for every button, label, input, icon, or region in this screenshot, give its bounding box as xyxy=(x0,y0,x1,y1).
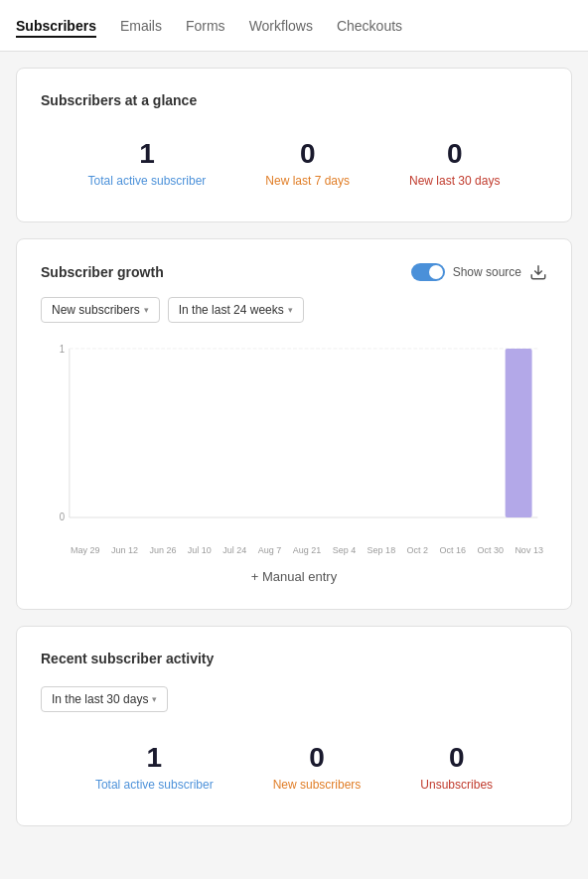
filter-period-dropdown[interactable]: In the last 24 weeks ▾ xyxy=(168,297,304,323)
filter-type-label: New subscribers xyxy=(52,303,140,317)
stat-total-active-number: 1 xyxy=(88,138,207,170)
x-label-1: Jun 12 xyxy=(111,545,138,555)
activity-stat-total-label: Total active subscriber xyxy=(95,778,214,792)
filter-row: New subscribers ▾ In the last 24 weeks ▾ xyxy=(41,297,547,323)
growth-card: Subscriber growth Show source New subscr… xyxy=(16,238,572,610)
recent-activity-card: Recent subscriber activity In the last 3… xyxy=(16,626,572,826)
x-label-10: Oct 16 xyxy=(440,545,467,555)
nav-subscribers[interactable]: Subscribers xyxy=(16,14,96,38)
top-nav: Subscribers Emails Forms Workflows Check… xyxy=(0,0,588,52)
activity-stat-new-label: New subscribers xyxy=(273,778,362,792)
nav-forms[interactable]: Forms xyxy=(186,14,225,38)
activity-filter-dropdown[interactable]: In the last 30 days ▾ xyxy=(41,686,168,712)
page-content: Subscribers at a glance 1 Total active s… xyxy=(0,52,588,842)
chart-svg: 1 0 xyxy=(41,339,547,537)
x-label-5: Aug 7 xyxy=(258,545,282,555)
stat-new-30-number: 0 xyxy=(409,138,500,170)
activity-chevron-icon: ▾ xyxy=(152,694,157,704)
show-source-label: Show source xyxy=(453,265,521,279)
activity-stat-total-number: 1 xyxy=(95,742,214,774)
at-a-glance-card: Subscribers at a glance 1 Total active s… xyxy=(16,68,572,222)
x-label-8: Sep 18 xyxy=(368,545,396,555)
nav-checkouts[interactable]: Checkouts xyxy=(337,14,402,38)
activity-filter: In the last 30 days ▾ xyxy=(41,686,547,712)
x-label-6: Aug 21 xyxy=(293,545,322,555)
recent-activity-stats: 1 Total active subscriber 0 New subscrib… xyxy=(41,732,547,802)
show-source-toggle[interactable] xyxy=(411,263,445,281)
stat-total-active-label: Total active subscriber xyxy=(88,174,207,188)
at-a-glance-stats: 1 Total active subscriber 0 New last 7 d… xyxy=(41,128,547,198)
stat-total-active: 1 Total active subscriber xyxy=(88,138,207,188)
stat-new-30-label: New last 30 days xyxy=(409,174,500,188)
growth-header: Subscriber growth Show source xyxy=(41,263,547,281)
x-label-3: Jul 10 xyxy=(188,545,212,555)
stat-new-7-number: 0 xyxy=(265,138,350,170)
toggle-knob xyxy=(429,265,443,279)
activity-stat-total: 1 Total active subscriber xyxy=(95,742,214,792)
activity-stat-unsub-number: 0 xyxy=(420,742,493,774)
at-a-glance-title: Subscribers at a glance xyxy=(41,92,547,108)
svg-text:0: 0 xyxy=(60,512,66,522)
growth-chart: 1 0 xyxy=(41,339,547,537)
activity-stat-unsub: 0 Unsubscribes xyxy=(420,742,493,792)
chevron-down-icon-2: ▾ xyxy=(288,305,293,315)
x-label-2: Jun 26 xyxy=(149,545,176,555)
svg-rect-5 xyxy=(506,349,532,517)
x-label-4: Jul 24 xyxy=(222,545,246,555)
filter-type-dropdown[interactable]: New subscribers ▾ xyxy=(41,297,160,323)
x-label-0: May 29 xyxy=(71,545,100,555)
manual-entry-link[interactable]: Manual entry xyxy=(251,569,337,584)
growth-title: Subscriber growth xyxy=(41,264,164,280)
activity-stat-unsub-label: Unsubscribes xyxy=(420,778,493,792)
nav-emails[interactable]: Emails xyxy=(120,14,162,38)
x-label-11: Oct 30 xyxy=(477,545,504,555)
manual-entry: Manual entry xyxy=(41,567,547,585)
filter-period-label: In the last 24 weeks xyxy=(179,303,284,317)
svg-text:1: 1 xyxy=(60,344,65,355)
activity-stat-new: 0 New subscribers xyxy=(273,742,362,792)
x-label-12: Nov 13 xyxy=(514,545,543,555)
stat-new-7: 0 New last 7 days xyxy=(265,138,350,188)
x-label-9: Oct 2 xyxy=(407,545,429,555)
chevron-down-icon: ▾ xyxy=(144,305,149,315)
x-label-7: Sep 4 xyxy=(333,545,357,555)
activity-stat-new-number: 0 xyxy=(273,742,362,774)
stat-new-7-label: New last 7 days xyxy=(265,174,350,188)
stat-new-30: 0 New last 30 days xyxy=(409,138,500,188)
growth-controls: Show source xyxy=(411,263,547,281)
activity-filter-label: In the last 30 days xyxy=(52,692,148,706)
nav-workflows[interactable]: Workflows xyxy=(249,14,313,38)
download-icon[interactable] xyxy=(529,263,547,281)
recent-activity-title: Recent subscriber activity xyxy=(41,651,547,666)
